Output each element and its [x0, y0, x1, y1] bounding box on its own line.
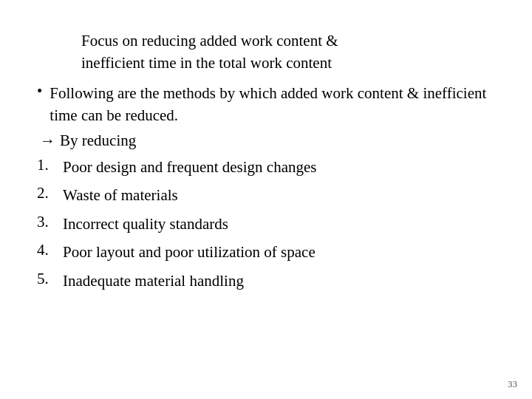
bullet-dot: • — [37, 82, 42, 100]
number-text: Inadequate material handling — [63, 270, 244, 292]
page-number: 33 — [508, 378, 517, 390]
slide-container: Focus on reducing added work content & i… — [0, 0, 532, 399]
number-text: Incorrect quality standards — [63, 213, 228, 235]
numbered-list: 1. Poor design and frequent design chang… — [37, 156, 495, 298]
bullet-text: Following are the methods by which added… — [50, 82, 495, 127]
number-text: Poor layout and poor utilization of spac… — [63, 241, 316, 263]
list-item: 5. Inadequate material handling — [37, 270, 495, 292]
bullet-item: • Following are the methods by which add… — [37, 82, 495, 127]
number-label: 3. — [37, 213, 63, 231]
number-label: 5. — [37, 270, 63, 288]
intro-block: Focus on reducing added work content & i… — [81, 30, 495, 75]
number-text: Waste of materials — [63, 184, 178, 206]
list-item: 2. Waste of materials — [37, 184, 495, 206]
intro-line2: inefficient time in the total work conte… — [81, 52, 495, 74]
number-label: 2. — [37, 184, 63, 202]
number-label: 4. — [37, 241, 63, 259]
list-item: 3. Incorrect quality standards — [37, 213, 495, 235]
arrow-symbol: → — [40, 132, 55, 150]
list-item: 4. Poor layout and poor utilization of s… — [37, 241, 495, 263]
arrow-item: → By reducing — [40, 132, 495, 150]
number-label: 1. — [37, 156, 63, 174]
number-text: Poor design and frequent design changes — [63, 156, 317, 178]
arrow-text: By reducing — [60, 132, 136, 150]
intro-line1: Focus on reducing added work content & — [81, 30, 495, 52]
list-item: 1. Poor design and frequent design chang… — [37, 156, 495, 178]
